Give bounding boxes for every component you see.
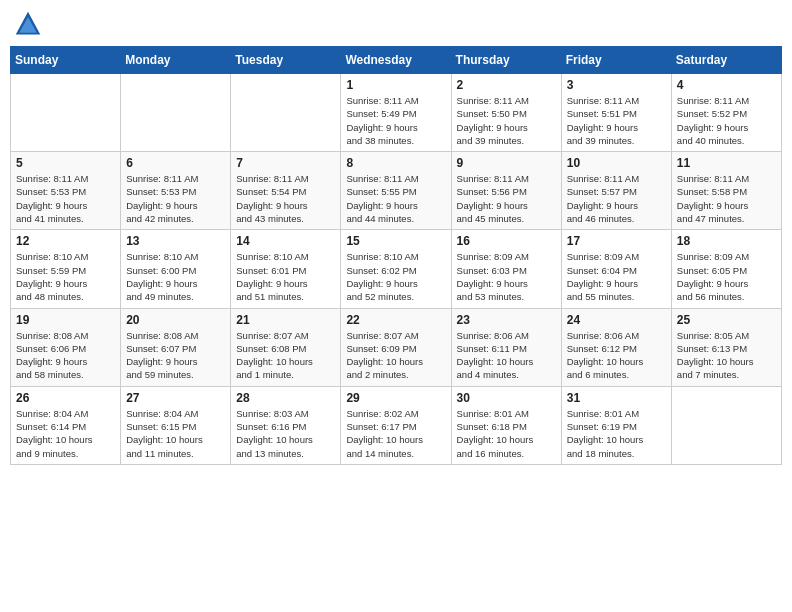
weekday-header-monday: Monday [121, 47, 231, 74]
calendar-cell [121, 74, 231, 152]
weekday-header-wednesday: Wednesday [341, 47, 451, 74]
day-number: 12 [16, 234, 115, 248]
day-info: Sunrise: 8:09 AM Sunset: 6:04 PM Dayligh… [567, 250, 666, 303]
calendar-week-3: 19Sunrise: 8:08 AM Sunset: 6:06 PM Dayli… [11, 308, 782, 386]
day-number: 26 [16, 391, 115, 405]
calendar-cell: 23Sunrise: 8:06 AM Sunset: 6:11 PM Dayli… [451, 308, 561, 386]
calendar-cell: 14Sunrise: 8:10 AM Sunset: 6:01 PM Dayli… [231, 230, 341, 308]
day-info: Sunrise: 8:11 AM Sunset: 5:55 PM Dayligh… [346, 172, 445, 225]
calendar-cell: 11Sunrise: 8:11 AM Sunset: 5:58 PM Dayli… [671, 152, 781, 230]
calendar-cell: 5Sunrise: 8:11 AM Sunset: 5:53 PM Daylig… [11, 152, 121, 230]
day-number: 3 [567, 78, 666, 92]
day-info: Sunrise: 8:02 AM Sunset: 6:17 PM Dayligh… [346, 407, 445, 460]
day-info: Sunrise: 8:07 AM Sunset: 6:08 PM Dayligh… [236, 329, 335, 382]
day-number: 17 [567, 234, 666, 248]
calendar-cell: 13Sunrise: 8:10 AM Sunset: 6:00 PM Dayli… [121, 230, 231, 308]
day-info: Sunrise: 8:11 AM Sunset: 5:54 PM Dayligh… [236, 172, 335, 225]
day-number: 23 [457, 313, 556, 327]
day-info: Sunrise: 8:10 AM Sunset: 6:02 PM Dayligh… [346, 250, 445, 303]
weekday-header-tuesday: Tuesday [231, 47, 341, 74]
calendar-cell: 8Sunrise: 8:11 AM Sunset: 5:55 PM Daylig… [341, 152, 451, 230]
calendar-cell: 22Sunrise: 8:07 AM Sunset: 6:09 PM Dayli… [341, 308, 451, 386]
calendar-cell: 9Sunrise: 8:11 AM Sunset: 5:56 PM Daylig… [451, 152, 561, 230]
day-info: Sunrise: 8:05 AM Sunset: 6:13 PM Dayligh… [677, 329, 776, 382]
calendar-cell: 27Sunrise: 8:04 AM Sunset: 6:15 PM Dayli… [121, 386, 231, 464]
calendar-cell: 25Sunrise: 8:05 AM Sunset: 6:13 PM Dayli… [671, 308, 781, 386]
calendar-cell: 24Sunrise: 8:06 AM Sunset: 6:12 PM Dayli… [561, 308, 671, 386]
day-number: 9 [457, 156, 556, 170]
day-info: Sunrise: 8:03 AM Sunset: 6:16 PM Dayligh… [236, 407, 335, 460]
day-info: Sunrise: 8:01 AM Sunset: 6:18 PM Dayligh… [457, 407, 556, 460]
day-info: Sunrise: 8:10 AM Sunset: 6:00 PM Dayligh… [126, 250, 225, 303]
day-info: Sunrise: 8:11 AM Sunset: 5:49 PM Dayligh… [346, 94, 445, 147]
calendar-cell: 2Sunrise: 8:11 AM Sunset: 5:50 PM Daylig… [451, 74, 561, 152]
weekday-header-sunday: Sunday [11, 47, 121, 74]
calendar-cell: 1Sunrise: 8:11 AM Sunset: 5:49 PM Daylig… [341, 74, 451, 152]
calendar-cell: 6Sunrise: 8:11 AM Sunset: 5:53 PM Daylig… [121, 152, 231, 230]
page-header [10, 10, 782, 38]
calendar-cell: 18Sunrise: 8:09 AM Sunset: 6:05 PM Dayli… [671, 230, 781, 308]
calendar-cell [671, 386, 781, 464]
day-info: Sunrise: 8:04 AM Sunset: 6:15 PM Dayligh… [126, 407, 225, 460]
calendar-cell: 16Sunrise: 8:09 AM Sunset: 6:03 PM Dayli… [451, 230, 561, 308]
calendar-cell: 20Sunrise: 8:08 AM Sunset: 6:07 PM Dayli… [121, 308, 231, 386]
day-number: 21 [236, 313, 335, 327]
day-number: 10 [567, 156, 666, 170]
day-number: 22 [346, 313, 445, 327]
day-number: 20 [126, 313, 225, 327]
calendar-cell [231, 74, 341, 152]
day-number: 31 [567, 391, 666, 405]
day-number: 1 [346, 78, 445, 92]
day-info: Sunrise: 8:09 AM Sunset: 6:03 PM Dayligh… [457, 250, 556, 303]
day-info: Sunrise: 8:06 AM Sunset: 6:12 PM Dayligh… [567, 329, 666, 382]
day-info: Sunrise: 8:07 AM Sunset: 6:09 PM Dayligh… [346, 329, 445, 382]
day-info: Sunrise: 8:08 AM Sunset: 6:06 PM Dayligh… [16, 329, 115, 382]
day-number: 25 [677, 313, 776, 327]
day-info: Sunrise: 8:08 AM Sunset: 6:07 PM Dayligh… [126, 329, 225, 382]
day-number: 8 [346, 156, 445, 170]
day-number: 18 [677, 234, 776, 248]
day-number: 30 [457, 391, 556, 405]
day-info: Sunrise: 8:11 AM Sunset: 5:52 PM Dayligh… [677, 94, 776, 147]
logo [14, 10, 46, 38]
day-number: 27 [126, 391, 225, 405]
day-number: 11 [677, 156, 776, 170]
day-number: 7 [236, 156, 335, 170]
weekday-header-friday: Friday [561, 47, 671, 74]
calendar-table: SundayMondayTuesdayWednesdayThursdayFrid… [10, 46, 782, 465]
day-number: 15 [346, 234, 445, 248]
calendar-cell: 31Sunrise: 8:01 AM Sunset: 6:19 PM Dayli… [561, 386, 671, 464]
day-number: 6 [126, 156, 225, 170]
calendar-cell: 15Sunrise: 8:10 AM Sunset: 6:02 PM Dayli… [341, 230, 451, 308]
day-info: Sunrise: 8:10 AM Sunset: 6:01 PM Dayligh… [236, 250, 335, 303]
day-number: 19 [16, 313, 115, 327]
day-number: 4 [677, 78, 776, 92]
calendar-week-4: 26Sunrise: 8:04 AM Sunset: 6:14 PM Dayli… [11, 386, 782, 464]
calendar-week-1: 5Sunrise: 8:11 AM Sunset: 5:53 PM Daylig… [11, 152, 782, 230]
day-number: 28 [236, 391, 335, 405]
calendar-cell: 29Sunrise: 8:02 AM Sunset: 6:17 PM Dayli… [341, 386, 451, 464]
calendar-week-2: 12Sunrise: 8:10 AM Sunset: 5:59 PM Dayli… [11, 230, 782, 308]
day-info: Sunrise: 8:04 AM Sunset: 6:14 PM Dayligh… [16, 407, 115, 460]
day-number: 2 [457, 78, 556, 92]
day-info: Sunrise: 8:01 AM Sunset: 6:19 PM Dayligh… [567, 407, 666, 460]
weekday-header-thursday: Thursday [451, 47, 561, 74]
day-number: 29 [346, 391, 445, 405]
calendar-cell: 17Sunrise: 8:09 AM Sunset: 6:04 PM Dayli… [561, 230, 671, 308]
day-info: Sunrise: 8:11 AM Sunset: 5:53 PM Dayligh… [16, 172, 115, 225]
day-info: Sunrise: 8:11 AM Sunset: 5:58 PM Dayligh… [677, 172, 776, 225]
calendar-cell: 12Sunrise: 8:10 AM Sunset: 5:59 PM Dayli… [11, 230, 121, 308]
weekday-header-row: SundayMondayTuesdayWednesdayThursdayFrid… [11, 47, 782, 74]
day-info: Sunrise: 8:11 AM Sunset: 5:53 PM Dayligh… [126, 172, 225, 225]
day-info: Sunrise: 8:11 AM Sunset: 5:56 PM Dayligh… [457, 172, 556, 225]
calendar-cell: 7Sunrise: 8:11 AM Sunset: 5:54 PM Daylig… [231, 152, 341, 230]
day-info: Sunrise: 8:11 AM Sunset: 5:57 PM Dayligh… [567, 172, 666, 225]
day-info: Sunrise: 8:09 AM Sunset: 6:05 PM Dayligh… [677, 250, 776, 303]
weekday-header-saturday: Saturday [671, 47, 781, 74]
day-number: 14 [236, 234, 335, 248]
calendar-cell: 19Sunrise: 8:08 AM Sunset: 6:06 PM Dayli… [11, 308, 121, 386]
calendar-cell: 10Sunrise: 8:11 AM Sunset: 5:57 PM Dayli… [561, 152, 671, 230]
logo-icon [14, 10, 42, 38]
day-number: 5 [16, 156, 115, 170]
calendar-week-0: 1Sunrise: 8:11 AM Sunset: 5:49 PM Daylig… [11, 74, 782, 152]
